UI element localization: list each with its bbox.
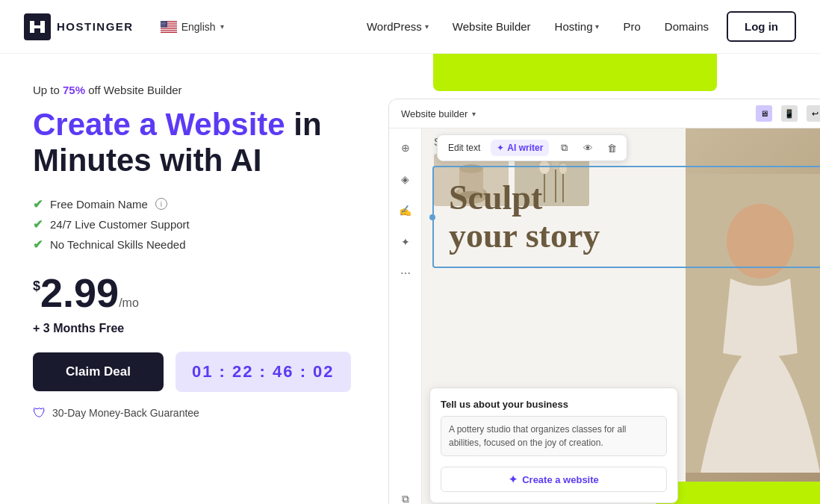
discount-highlight: 75%: [63, 84, 85, 96]
ai-chat-title: Tell us about your business: [441, 399, 667, 410]
logo-area[interactable]: HOSTINGER: [24, 13, 134, 40]
guarantee-row: 🛡 30-Day Money-Back Guarantee: [33, 405, 358, 421]
hero-title: Create a Website in Minutes with AI: [33, 107, 358, 179]
topbar-icons: 🖥 📱 ↩: [756, 105, 820, 122]
logo-text: HOSTINGER: [57, 20, 134, 33]
check-icon: ✔: [33, 197, 43, 211]
mockup-topbar: Website builder ▾ 🖥 📱 ↩: [389, 99, 820, 128]
green-accent-top: [433, 54, 717, 91]
svg-point-28: [163, 25, 164, 26]
svg-point-24: [162, 25, 163, 25]
price-period: /mo: [119, 296, 139, 309]
hero-left-panel: Up to 75% off Website Builder Create a W…: [0, 54, 388, 504]
wordpress-chevron-icon: ▾: [425, 22, 429, 31]
svg-point-25: [164, 25, 164, 25]
green-accent-bottom: [656, 482, 820, 504]
guarantee-label: 30-Day Money-Back Guarantee: [52, 407, 199, 419]
preview-btn[interactable]: 👁: [579, 139, 597, 157]
desktop-view-icon[interactable]: 🖥: [756, 105, 772, 122]
nav-pro[interactable]: Pro: [623, 20, 640, 33]
edit-text-btn[interactable]: Edit text: [444, 140, 485, 155]
svg-rect-6: [161, 29, 177, 30]
delete-btn[interactable]: 🗑: [603, 139, 621, 157]
mockup-sidebar: ⊕ ◈ ✍ ✦ ⋯ ⧉: [389, 128, 422, 504]
edit-toolbar: Edit text ✦ AI writer ⧉ 👁 🗑: [437, 134, 627, 161]
mockup-body: ⊕ ◈ ✍ ✦ ⋯ ⧉ Spin & Glaze: [389, 128, 820, 504]
list-item: ✔ No Technical Skills Needed: [33, 237, 358, 252]
language-selector[interactable]: English ▾: [155, 18, 230, 36]
svg-point-19: [165, 23, 166, 24]
us-flag-icon: [161, 21, 177, 33]
mobile-view-icon[interactable]: 📱: [781, 105, 798, 122]
price-main: 2.99: [40, 270, 119, 315]
mockup-canvas: Spin & Glaze: [422, 128, 820, 504]
cta-row: Claim Deal 01 : 22 : 46 : 02: [33, 352, 358, 392]
language-label: English: [181, 21, 216, 33]
hostinger-logo-icon: [24, 13, 51, 40]
free-months-label: + 3 Months Free: [33, 322, 358, 335]
countdown-timer: 01 : 22 : 46 : 02: [176, 352, 351, 392]
svg-point-11: [164, 21, 164, 22]
shield-icon: 🛡: [33, 405, 46, 421]
svg-point-26: [165, 25, 166, 25]
svg-point-18: [164, 23, 164, 24]
list-item: ✔ 24/7 Live Customer Support: [33, 217, 358, 231]
check-icon: ✔: [33, 217, 43, 231]
more-tool[interactable]: ⋯: [395, 263, 416, 284]
claim-deal-button[interactable]: Claim Deal: [33, 352, 164, 391]
apps-tool[interactable]: ⧉: [395, 488, 416, 504]
price-area: $2.99/mo: [33, 273, 358, 313]
create-website-btn[interactable]: ✦ Create a website: [441, 467, 667, 492]
nav-website-builder[interactable]: Website Builder: [453, 20, 531, 33]
builder-mockup: Website builder ▾ 🖥 📱 ↩ ⊕ ◈ ✍ ✦ ⋯: [388, 99, 820, 504]
svg-point-14: [163, 22, 164, 22]
language-chevron-icon: ▾: [220, 22, 224, 31]
nav-hosting[interactable]: Hosting ▾: [555, 20, 600, 33]
svg-point-27: [161, 25, 162, 26]
svg-point-21: [163, 24, 164, 25]
svg-point-9: [161, 21, 161, 22]
svg-point-22: [164, 24, 165, 25]
svg-point-17: [162, 23, 163, 24]
nav-wordpress[interactable]: WordPress ▾: [367, 20, 429, 33]
svg-point-16: [161, 23, 161, 24]
ai-chat-textarea[interactable]: [441, 416, 667, 456]
create-star-icon: ✦: [509, 473, 518, 485]
add-element-tool[interactable]: ⊕: [395, 137, 416, 158]
check-icon: ✔: [33, 237, 43, 252]
svg-point-23: [161, 25, 161, 25]
svg-point-15: [164, 22, 165, 22]
hero-subtitle: Up to 75% off Website Builder: [33, 84, 358, 96]
hero-right-panel: Website builder ▾ 🖥 📱 ↩ ⊕ ◈ ✍ ✦ ⋯: [388, 54, 820, 504]
builder-chevron-icon: ▾: [472, 110, 476, 118]
svg-point-29: [164, 25, 165, 26]
svg-point-12: [165, 21, 166, 22]
price-dollar: $: [33, 279, 40, 294]
login-button[interactable]: Log in: [727, 11, 796, 42]
builder-label: Website builder ▾: [401, 108, 476, 119]
nav-domains[interactable]: Domains: [665, 20, 709, 33]
svg-rect-7: [161, 31, 177, 31]
svg-point-20: [161, 24, 162, 25]
features-list: ✔ Free Domain Name i ✔ 24/7 Live Custome…: [33, 197, 358, 252]
svg-point-13: [161, 22, 162, 22]
list-item: ✔ Free Domain Name i: [33, 197, 358, 211]
hosting-chevron-icon: ▾: [595, 22, 599, 31]
copy-btn[interactable]: ⧉: [555, 139, 573, 157]
ai-writer-label: AI writer: [507, 143, 543, 153]
design-tool[interactable]: ✍: [395, 200, 416, 221]
ai-writer-btn[interactable]: ✦ AI writer: [491, 140, 549, 156]
ai-chat-panel: Tell us about your business ✦ Create a w…: [429, 388, 678, 503]
info-icon[interactable]: i: [155, 198, 167, 210]
svg-point-10: [162, 21, 163, 22]
layers-tool[interactable]: ◈: [395, 169, 416, 190]
canvas-hero-text-block[interactable]: Sculptyour story: [432, 166, 820, 268]
sparkle-tool[interactable]: ✦: [395, 231, 416, 252]
sculpt-text: Sculptyour story: [449, 179, 808, 255]
ai-star-icon: ✦: [497, 143, 504, 153]
svg-rect-5: [161, 27, 177, 28]
main-nav: WordPress ▾ Website Builder Hosting ▾ Pr…: [367, 20, 709, 33]
undo-icon[interactable]: ↩: [807, 105, 820, 122]
